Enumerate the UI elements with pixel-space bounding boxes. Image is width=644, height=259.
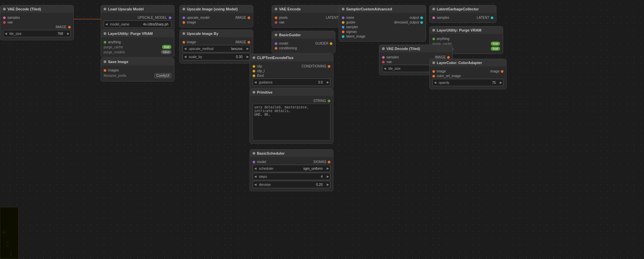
port-circle-samples[interactable] [432,16,435,19]
spinner-left[interactable]: ◀ [253,173,258,180]
port-circle-noise[interactable] [342,16,344,19]
port-label-string: STRING [313,99,326,103]
node-save-image: Save Image images filename_prefix ComfyU… [101,58,174,82]
port-circle-sigmas[interactable] [342,31,344,33]
node-title: VAE Encode [279,7,301,11]
port-circle-images[interactable] [104,69,106,72]
port-circle-samples[interactable] [382,56,385,59]
node-vae-decode-tiled: VAE Decode (Tiled) samples vae IMAGE ◀ t… [0,5,74,40]
port-string-output: STRING [253,99,330,103]
purge-cache-value[interactable]: true [162,45,171,49]
spinner-left[interactable]: ◀ [253,79,258,86]
node-title: Primitive [257,90,272,94]
spinner-right[interactable]: ▶ [325,181,330,188]
port-circle-latent-image[interactable] [342,35,344,38]
node-body: image image color_ref_image ◀ opacity 75… [430,66,506,89]
port-label-samples: samples [437,16,449,19]
spinner-right[interactable]: ▶ [66,30,70,37]
spinner-left[interactable]: ◀ [253,165,258,172]
node-layer-purge-1: LayerUtility: Purge VRAM anything purge_… [101,30,174,57]
port-circle-sigmas[interactable] [328,161,330,163]
spinner-right[interactable]: ▶ [325,165,330,172]
port-circle-string[interactable] [328,100,330,102]
denoise-spinner[interactable]: ◀ denoise 0.20 ▶ [253,181,330,188]
port-circle-pixels[interactable] [275,16,277,19]
port-circle-guider[interactable] [330,42,332,45]
port-circle-denoised[interactable] [420,21,423,24]
node-body: model SIGMAS ◀ scheduler sgm_uniform ▶ ◀… [250,157,333,191]
steps-spinner[interactable]: ◀ steps 4 ▶ [253,173,330,180]
port-circle-output[interactable] [420,16,423,19]
spinner-right[interactable]: ▶ [245,53,250,60]
node-latent-gc: LatentGarbageCollector samples LATENT [429,5,496,23]
node-save-image-header: Save Image [101,58,174,65]
port-circle-latent[interactable] [491,16,493,19]
tile-size-spinner[interactable]: ◀ tile_size 768 ▶ [3,30,71,37]
port-circle-image-right[interactable] [248,16,250,19]
spinner-right[interactable]: ▶ [498,79,503,86]
spinner-right[interactable]: ▶ [325,79,330,86]
port-circle-t5xxl[interactable] [253,74,255,77]
port-circle-image[interactable] [68,26,71,29]
port-circle-model[interactable] [275,42,277,45]
port-circle-vae[interactable] [3,21,6,24]
primitive-text-area[interactable]: very detailed, masterpiece, intricate de… [253,104,330,141]
model-name-spinner[interactable]: ◀ model_name 4x-UltraSharp.ph [104,20,171,28]
port-circle-image[interactable] [182,41,185,44]
port-circle-clip[interactable] [253,65,255,68]
purge-cache-value[interactable]: true [491,42,500,46]
port-circle-sampler[interactable] [342,26,344,29]
port-circle-clip-l[interactable] [253,70,255,72]
port-circle-upscale-model[interactable] [169,16,171,19]
guidance-spinner[interactable]: ◀ guidance 3.0 ▶ [253,79,330,86]
port-circle-image-right[interactable] [501,70,503,73]
port-circle-image[interactable] [432,70,435,73]
purge-models-value[interactable]: false [161,50,171,54]
purge-models-value[interactable]: true [491,47,500,51]
purge-cache-label: purge_cache [104,45,161,49]
port-circle-image-right[interactable] [248,41,250,44]
port-circle-guider[interactable] [342,21,344,24]
node-body: upscale_model IMAGE image [180,13,253,27]
port-upscale-model: upscale_model IMAGE [182,16,250,19]
node-upscale-image-model: Upscale Image (using Model) upscale_mode… [179,5,253,28]
port-circle-color-ref[interactable] [432,75,435,77]
spinner-left[interactable]: ◀ [104,21,109,28]
spinner-left[interactable]: ◀ [183,53,187,60]
port-label-t5xxl: t5xxl [257,74,264,77]
spinner-left[interactable]: ◀ [253,181,258,188]
node-status-dot [432,29,435,32]
spinner-left[interactable]: ◀ [382,65,387,72]
node-body: anything purge_cache true purge_models f… [101,37,174,57]
port-circle-anything[interactable] [432,38,435,40]
opacity-spinner[interactable]: ◀ opacity 75 ▶ [432,79,503,86]
spinner-left[interactable]: ◀ [433,79,437,86]
bottom-image-panel: に によ より [0,207,18,259]
port-label-image: image [437,69,446,73]
port-circle-conditioning[interactable] [328,65,330,68]
port-model: model GUIDER [275,42,332,45]
port-circle-samples[interactable] [3,16,6,19]
port-circle-vae[interactable] [382,61,385,63]
port-circle-image[interactable] [182,21,185,24]
spinner-value: 0.20 [316,183,325,187]
upscale-method-spinner[interactable]: ◀ upscale_method lanczos ▶ [182,45,250,52]
spinner-right[interactable]: ▶ [325,173,330,180]
port-latent-image: latent_image [342,35,423,38]
port-circle-anything[interactable] [104,41,106,44]
scheduler-spinner[interactable]: ◀ scheduler sgm_uniform ▶ [253,165,330,172]
port-circle-image[interactable] [447,56,450,59]
filename-prefix-row: filename_prefix ComfyUI [104,73,171,78]
spinner-left[interactable]: ◀ [183,45,187,52]
node-title: CLIPTextEncodeFlux [257,56,293,60]
spinner-left[interactable]: ◀ [3,30,8,37]
node-status-dot [275,8,277,10]
port-anything: anything [432,37,500,41]
node-vae-decode-tiled-header: VAE Decode (Tiled) [0,5,73,13]
scale-by-spinner[interactable]: ◀ scale_by 0.30 ▶ [182,53,250,60]
spinner-right[interactable]: ▶ [245,45,250,52]
port-circle-upscale-model[interactable] [182,16,185,19]
port-circle-model[interactable] [253,161,255,163]
port-circle-vae[interactable] [275,21,277,24]
port-circle-conditioning[interactable] [275,47,277,50]
